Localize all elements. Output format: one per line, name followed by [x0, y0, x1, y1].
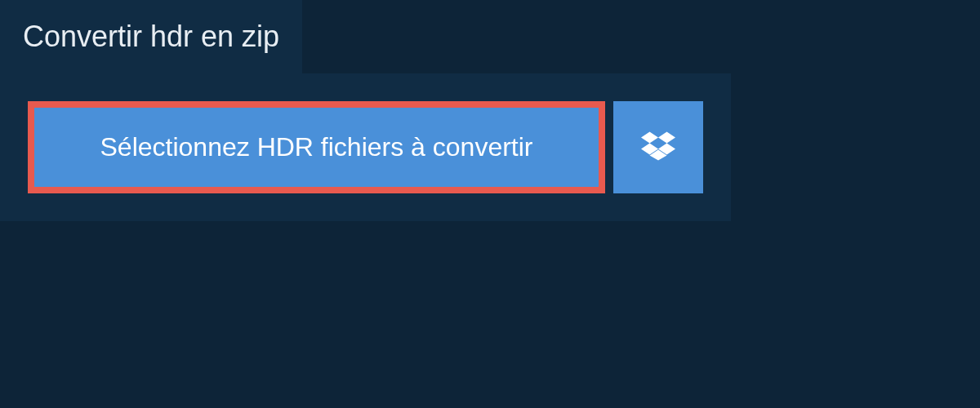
select-files-label: Sélectionnez HDR fichiers à convertir — [100, 132, 533, 162]
dropbox-icon — [641, 129, 675, 166]
page-title: Convertir hdr en zip — [0, 0, 302, 73]
select-files-button[interactable]: Sélectionnez HDR fichiers à convertir — [28, 101, 605, 193]
button-row: Sélectionnez HDR fichiers à convertir — [28, 101, 703, 193]
dropbox-button[interactable] — [613, 101, 703, 193]
upload-panel: Sélectionnez HDR fichiers à convertir — [0, 73, 731, 221]
page-title-text: Convertir hdr en zip — [23, 20, 279, 53]
